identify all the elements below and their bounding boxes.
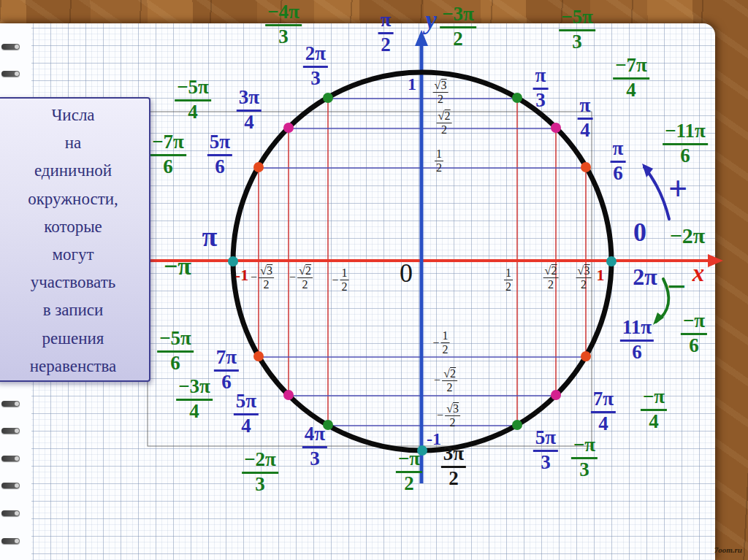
angle-label: π2 <box>378 10 394 55</box>
angle-label: 3π4 <box>237 88 262 132</box>
angle-label: 5π6 <box>207 132 232 177</box>
x-axis-arrowhead <box>708 254 723 267</box>
angle-label: π4 <box>578 96 593 140</box>
circle-point <box>606 256 617 266</box>
angle-label: y <box>425 7 437 34</box>
angle-label: −π3 <box>571 435 598 480</box>
circle-point <box>551 123 561 133</box>
axis-tick: √22 <box>437 110 452 136</box>
angle-label: 11π6 <box>620 318 654 362</box>
axis-tick: -1 <box>235 267 248 283</box>
axis-tick: √32 <box>576 264 592 291</box>
slide: { "textbox": { "lines": ["Числа","на","е… <box>0 0 748 560</box>
axis-tick: -1 <box>427 430 441 448</box>
angle-label: −3π4 <box>176 377 213 421</box>
angle-label: 2π <box>633 265 657 289</box>
circle-point <box>283 123 294 133</box>
axis-tick: 0 <box>400 260 413 286</box>
circle-point <box>551 390 561 400</box>
angle-label: −3π2 <box>440 4 476 49</box>
angle-label: −7π4 <box>613 55 649 100</box>
angle-label: −π2 <box>396 449 422 494</box>
angle-label: π6 <box>611 139 626 183</box>
angle-label: −2π3 <box>242 450 278 494</box>
angle-label: −π <box>164 254 191 280</box>
angle-label: + <box>668 172 687 207</box>
angle-label: 7π6 <box>214 348 239 392</box>
info-box-text: Числанаединичнойокружности,которыемогуту… <box>0 101 149 380</box>
angle-label: −5π3 <box>559 7 595 52</box>
circle-point <box>323 93 333 103</box>
watermark: 7oom.ru <box>714 545 742 554</box>
angle-label: 3π2 <box>441 444 466 488</box>
circle-point <box>253 351 264 361</box>
axis-tick: −√32 <box>251 264 274 291</box>
circle-point <box>581 351 591 361</box>
circle-point <box>512 93 522 103</box>
axis-tick: 1 <box>597 267 605 283</box>
angle-label: 0 <box>633 219 646 246</box>
angle-label: 4π3 <box>302 424 327 469</box>
angle-label: −5π4 <box>175 77 211 122</box>
axis-tick: √22 <box>543 264 559 291</box>
angle-label: −π6 <box>681 311 707 356</box>
angle-label: −5π6 <box>157 329 194 373</box>
angle-label: −11π6 <box>663 121 708 166</box>
axis-tick: −12 <box>432 330 449 356</box>
axis-tick: 12 <box>435 148 443 174</box>
angle-label: − <box>667 270 686 304</box>
axis-tick: −√22 <box>289 264 313 291</box>
axis-tick: 1 <box>408 75 416 93</box>
axis-tick: −√22 <box>434 367 457 394</box>
circle-point <box>581 162 591 172</box>
angle-label: π <box>202 223 218 251</box>
info-box: Числанаединичнойокружности,которыемогуту… <box>0 97 150 382</box>
circle-point <box>228 256 238 266</box>
angle-label: 2π3 <box>303 44 328 88</box>
angle-label: 5π4 <box>234 391 259 436</box>
angle-label: x <box>692 261 705 286</box>
angle-label: −4π3 <box>265 2 302 47</box>
angle-label: 5π3 <box>533 428 558 472</box>
axis-tick: −12 <box>332 267 348 293</box>
angle-label: −7π6 <box>150 132 186 177</box>
angle-label: −2π <box>670 225 706 248</box>
circle-point <box>283 390 294 400</box>
angle-label: 7π4 <box>591 389 616 434</box>
angle-label: −π4 <box>641 387 667 431</box>
axis-tick: −√32 <box>437 402 460 429</box>
circle-point <box>512 420 522 430</box>
axis-tick: √32 <box>433 79 449 105</box>
axis-tick: 12 <box>504 267 513 293</box>
circle-point <box>253 162 264 172</box>
angle-label: π3 <box>533 66 549 110</box>
